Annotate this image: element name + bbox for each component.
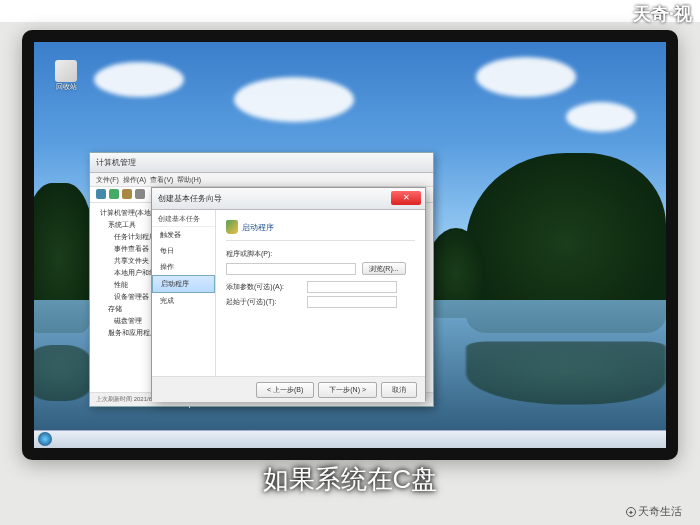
shield-icon <box>226 220 238 234</box>
wizard-header: 启动程序 <box>226 218 415 241</box>
recycle-bin[interactable]: 回收站 <box>52 60 80 96</box>
next-button[interactable]: 下一步(N) > <box>318 382 377 398</box>
label-script: 程序或脚本(P): <box>226 249 286 259</box>
sidebar-item-daily[interactable]: 每日 <box>152 243 215 259</box>
sidebar-item-trigger[interactable]: 触发器 <box>152 227 215 243</box>
wizard-main-panel: 启动程序 程序或脚本(P): 浏览(R)... 添加参数(可选)(A): 起始于… <box>216 210 425 376</box>
video-subtitle: 如果系统在C盘 <box>0 462 700 497</box>
sidebar-item-finish[interactable]: 完成 <box>152 293 215 309</box>
start-button[interactable] <box>38 432 52 446</box>
startin-input[interactable] <box>307 296 397 308</box>
menu-bar[interactable]: 文件(F) 操作(A) 查看(V) 帮助(H) <box>90 173 433 187</box>
desktop-screen: 回收站 计算机管理 文件(F) 操作(A) 查看(V) 帮助(H) 计算机管理(… <box>34 42 666 448</box>
brand-watermark-top: 天奇·视 <box>633 2 692 26</box>
cloud-deco <box>234 77 354 122</box>
toolbar-icon[interactable] <box>109 189 119 199</box>
taskbar[interactable] <box>34 430 666 448</box>
cloud-deco <box>94 62 184 97</box>
label-startin: 起始于(可选)(T): <box>226 297 301 307</box>
sidebar-item-action[interactable]: 操作 <box>152 259 215 275</box>
args-input[interactable] <box>307 281 397 293</box>
dialog-titlebar[interactable]: 创建基本任务向导 ✕ <box>152 188 425 210</box>
task-wizard-dialog[interactable]: 创建基本任务向导 ✕ 创建基本任务 触发器 每日 操作 启动程序 完成 启动程序… <box>151 187 426 401</box>
script-input[interactable] <box>226 263 356 275</box>
recycle-bin-label: 回收站 <box>52 82 80 92</box>
dialog-footer: < 上一步(B) 下一步(N) > 取消 <box>152 376 425 402</box>
monitor-frame: 回收站 计算机管理 文件(F) 操作(A) 查看(V) 帮助(H) 计算机管理(… <box>22 30 678 460</box>
toolbar-icon[interactable] <box>96 189 106 199</box>
dialog-title-text: 创建基本任务向导 <box>158 193 222 204</box>
sidebar-section: 创建基本任务 <box>152 210 215 227</box>
toolbar-icon[interactable] <box>122 189 132 199</box>
back-button[interactable]: < 上一步(B) <box>256 382 314 398</box>
sidebar-item-launch[interactable]: 启动程序 <box>152 275 215 293</box>
wizard-sidebar: 创建基本任务 触发器 每日 操作 启动程序 完成 <box>152 210 216 376</box>
tree-reflection <box>34 345 94 401</box>
tree-reflection <box>466 342 666 405</box>
cancel-button[interactable]: 取消 <box>381 382 417 398</box>
label-args: 添加参数(可选)(A): <box>226 282 301 292</box>
page-top-strip <box>0 0 700 22</box>
form-row-script: 程序或脚本(P): <box>226 249 415 259</box>
toolbar-icon[interactable] <box>135 189 145 199</box>
brand-watermark-bottom: ✦天奇生活 <box>626 504 682 519</box>
browse-button[interactable]: 浏览(R)... <box>362 262 406 275</box>
cloud-deco <box>476 57 576 97</box>
brand-icon: ✦ <box>626 507 636 517</box>
window-titlebar[interactable]: 计算机管理 <box>90 153 433 173</box>
wizard-header-text: 启动程序 <box>242 222 274 233</box>
cloud-deco <box>566 102 636 132</box>
recycle-bin-icon <box>55 60 77 82</box>
close-button[interactable]: ✕ <box>391 191 421 205</box>
